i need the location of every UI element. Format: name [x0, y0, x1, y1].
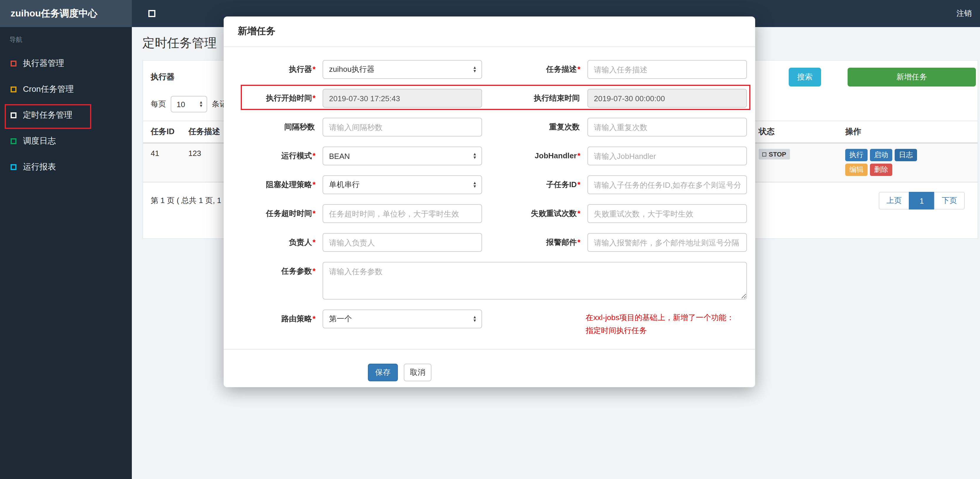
per-page-label: 每页 [151, 99, 166, 110]
edit-button[interactable]: 编辑 [845, 164, 867, 176]
status-badge: STOP [759, 149, 790, 159]
retry-count-input[interactable] [587, 204, 747, 223]
next-page-button[interactable]: 下页 [934, 192, 965, 210]
delete-button[interactable]: 删除 [870, 164, 892, 176]
required-asterisk: * [578, 151, 580, 160]
per-page-value: 10 [177, 100, 185, 108]
cancel-button[interactable]: 取消 [404, 364, 431, 381]
required-asterisk: * [578, 180, 580, 189]
field-label: 执行开始时间* [233, 89, 323, 108]
required-asterisk: * [313, 94, 315, 102]
sidebar-item-label: 运行报表 [23, 162, 56, 172]
sidebar: 导航 执行器管理 Cron任务管理 定时任务管理 调度日志 运行报表 [0, 27, 132, 479]
app-root: zuihou任务调度中心 注销 导航 执行器管理 Cron任务管理 定时任务管理… [0, 0, 980, 479]
select-caret-icon: ▲▼ [473, 181, 477, 188]
required-asterisk: * [313, 209, 315, 218]
modal-form-row: 运行模式* BEAN ▲▼ JobHandler* [233, 146, 747, 166]
job-desc-input[interactable] [587, 60, 747, 79]
cell-status: STOP [759, 149, 845, 159]
page-1-button[interactable]: 1 [909, 192, 935, 210]
modal-body: 执行器* zuihou执行器 ▲▼ 任务描述* [224, 47, 755, 337]
executor-select-value: zuihou执行器 [329, 64, 375, 75]
end-time-input[interactable] [587, 89, 747, 108]
required-asterisk: * [313, 238, 315, 247]
select-caret-icon: ▲▼ [473, 153, 477, 159]
feature-note: 在xxl-jobs项目的基础上，新增了一个功能： 指定时间执行任务 [585, 311, 734, 337]
alarm-email-input[interactable] [587, 233, 747, 252]
field-label: 路由策略* [233, 310, 323, 328]
sidebar-item-label: 执行器管理 [23, 58, 64, 69]
job-param-textarea[interactable] [323, 262, 747, 299]
search-button[interactable]: 搜索 [789, 68, 821, 86]
pagination: 上页 1 下页 [879, 192, 965, 210]
route-strategy-select[interactable]: 第一个 ▲▼ [323, 310, 482, 328]
field-label: 间隔秒数 [233, 118, 323, 137]
required-asterisk: * [578, 65, 580, 73]
field-label: 执行器* [233, 60, 323, 79]
field-label: 任务参数* [233, 262, 323, 281]
modal-form-row: 执行器* zuihou执行器 ▲▼ 任务描述* [233, 60, 747, 79]
field-label: 执行结束时间 [482, 89, 587, 108]
modal-form-row: 路由策略* 第一个 ▲▼ 在xxl-jobs项目的基础上，新增了一个功能： 指定… [233, 310, 747, 337]
square-icon [11, 60, 16, 67]
child-job-id-input[interactable] [587, 175, 747, 194]
modal-form-row: 负责人* 报警邮件* [233, 233, 747, 252]
cell-actions: 执行 启动 日志 编辑 删除 [845, 149, 978, 176]
repeat-count-input[interactable] [587, 118, 747, 137]
col-action: 操作 [845, 121, 978, 142]
field-label: 负责人* [233, 233, 323, 252]
field-label: 失败重试次数* [482, 204, 587, 223]
field-label: 任务超时时间* [233, 204, 323, 223]
run-button[interactable]: 执行 [845, 149, 867, 161]
sidebar-item-executor-manage[interactable]: 执行器管理 [0, 51, 132, 76]
required-asterisk: * [313, 314, 315, 323]
square-icon [11, 138, 16, 144]
add-task-modal: 新增任务 执行器* zuihou执行器 ▲▼ 任务描述* [224, 16, 755, 387]
select-caret-icon: ▲▼ [199, 100, 203, 108]
pagination-summary: 第 1 页 ( 总共 1 页, 1 [151, 195, 221, 206]
col-status: 状态 [759, 121, 845, 142]
run-mode-select-value: BEAN [329, 151, 350, 160]
executor-select[interactable]: zuihou执行器 ▲▼ [323, 60, 482, 79]
field-label: 重复次数 [482, 118, 587, 137]
field-label: 报警邮件* [482, 233, 587, 252]
sidebar-collapse-icon[interactable] [148, 10, 155, 17]
block-strategy-select-value: 单机串行 [329, 180, 360, 190]
start-time-input[interactable] [323, 89, 482, 108]
required-asterisk: * [313, 180, 315, 189]
route-strategy-select-value: 第一个 [329, 313, 352, 324]
sidebar-item-cron-task-manage[interactable]: Cron任务管理 [0, 76, 132, 102]
modal-form-row: 任务超时时间* 失败重试次数* [233, 204, 747, 223]
sidebar-item-label: 调度日志 [23, 136, 56, 146]
block-strategy-select[interactable]: 单机串行 ▲▼ [323, 175, 482, 194]
per-page-select[interactable]: 10 ▲▼ [171, 96, 207, 112]
stop-square-icon [762, 152, 766, 156]
square-icon [11, 112, 16, 118]
jobhandler-input[interactable] [587, 146, 747, 166]
log-button[interactable]: 日志 [895, 149, 917, 161]
sidebar-nav-label: 导航 [0, 27, 132, 51]
timeout-input[interactable] [323, 204, 482, 223]
sidebar-item-schedule-log[interactable]: 调度日志 [0, 128, 132, 154]
start-button[interactable]: 启动 [870, 149, 892, 161]
feature-note-line1: 在xxl-jobs项目的基础上，新增了一个功能： [585, 311, 734, 324]
sidebar-menu: 执行器管理 Cron任务管理 定时任务管理 调度日志 运行报表 [0, 51, 132, 180]
field-label: 任务描述* [482, 60, 587, 79]
sidebar-item-run-report[interactable]: 运行报表 [0, 154, 132, 180]
prev-page-button[interactable]: 上页 [879, 192, 909, 210]
save-button[interactable]: 保存 [368, 364, 398, 381]
required-asterisk: * [578, 238, 580, 247]
logout-link[interactable]: 注销 [956, 0, 972, 27]
run-mode-select[interactable]: BEAN ▲▼ [323, 146, 482, 166]
page-title: 定时任务管理 [142, 35, 216, 51]
required-asterisk: * [313, 151, 315, 160]
modal-form-row: 执行开始时间* 执行结束时间 [233, 89, 747, 108]
status-text: STOP [769, 151, 786, 158]
sidebar-item-timed-task-manage[interactable]: 定时任务管理 [0, 102, 132, 128]
field-label: 运行模式* [233, 146, 323, 166]
interval-seconds-input[interactable] [323, 118, 482, 137]
required-asterisk: * [313, 267, 315, 275]
owner-input[interactable] [323, 233, 482, 252]
cell-task-id: 41 [143, 149, 188, 158]
add-task-button[interactable]: 新增任务 [848, 68, 976, 86]
